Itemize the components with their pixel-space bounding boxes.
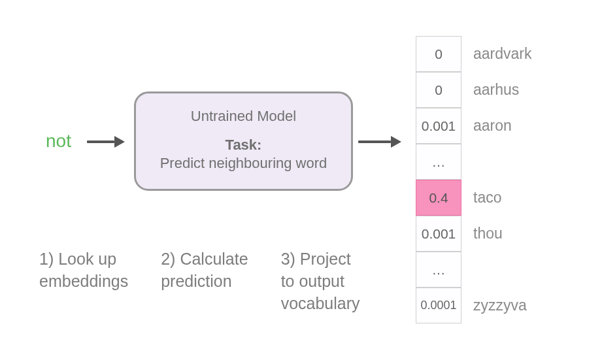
step-2-line2: prediction — [161, 271, 248, 293]
output-word: thou — [473, 225, 503, 242]
step-3: 3) Project to output vocabulary — [281, 248, 360, 314]
output-word: taco — [473, 189, 501, 207]
output-row: 0.001 aaron — [416, 108, 531, 144]
arrow-model-to-output — [358, 136, 401, 148]
output-cell: 0 — [416, 72, 461, 108]
output-word: aardvark — [473, 45, 531, 63]
step-1-line1: 1) Look up — [39, 248, 128, 271]
output-cell-ellipsis: … — [416, 252, 461, 288]
output-cell-ellipsis: … — [416, 144, 461, 180]
model-task-label: Task: — [136, 137, 351, 154]
model-box: Untrained Model Task: Predict neighbouri… — [134, 91, 353, 191]
input-word: not — [46, 131, 71, 152]
output-word: aaron — [473, 117, 512, 135]
step-2-line1: 2) Calculate — [161, 248, 248, 271]
model-title: Untrained Model — [136, 108, 351, 125]
output-row: … — [416, 144, 531, 180]
output-row: 0.001 thou — [416, 216, 531, 252]
output-cell-highlight: 0.4 — [416, 180, 461, 216]
output-row: 0 aardvark — [416, 36, 531, 72]
output-row: 0 aarhus — [416, 72, 531, 108]
output-word: aarhus — [473, 81, 519, 99]
step-1-line2: embeddings — [39, 271, 128, 293]
output-row: … — [416, 252, 531, 288]
arrow-head-icon — [391, 136, 401, 148]
output-word: zyzzyva — [473, 297, 527, 314]
steps-row: 1) Look up embeddings 2) Calculate predi… — [39, 248, 360, 314]
step-2: 2) Calculate prediction — [161, 248, 248, 314]
step-3-line2: to output — [281, 271, 360, 293]
output-row: 0.4 taco — [416, 180, 531, 216]
output-row: 0.0001 zyzzyva — [416, 288, 531, 323]
output-cell: 0 — [416, 36, 461, 72]
output-cell: 0.001 — [416, 216, 461, 252]
step-1: 1) Look up embeddings — [39, 248, 128, 314]
output-cell: 0.001 — [416, 108, 461, 144]
output-vector: 0 aardvark 0 aarhus 0.001 aaron … 0.4 ta… — [416, 36, 531, 323]
output-cell: 0.0001 — [416, 288, 461, 323]
step-3-line1: 3) Project — [281, 248, 360, 271]
arrow-shaft — [87, 141, 114, 143]
arrow-head-icon — [114, 136, 125, 148]
step-3-line3: vocabulary — [281, 293, 360, 315]
arrow-input-to-model — [87, 136, 125, 148]
arrow-shaft — [358, 141, 391, 143]
model-task-desc: Predict neighbouring word — [136, 155, 351, 172]
